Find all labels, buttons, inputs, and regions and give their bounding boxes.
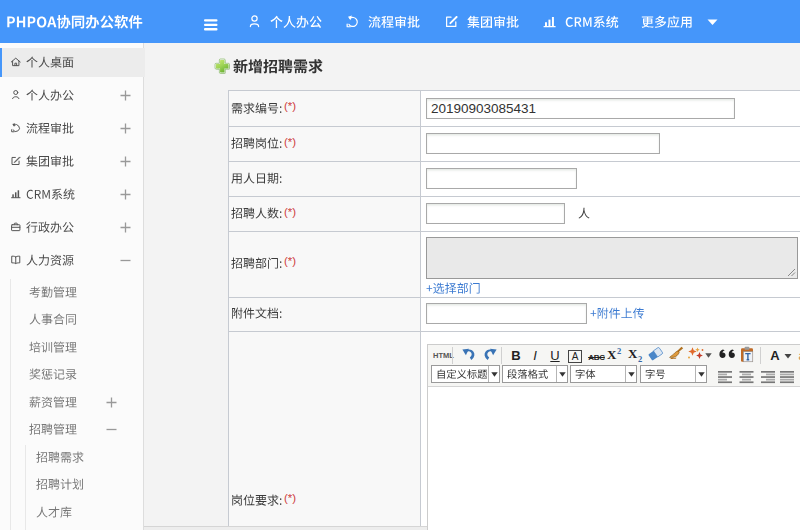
svg-text:X: X — [607, 347, 617, 361]
svg-text:2: 2 — [638, 354, 642, 363]
svg-text:X: X — [628, 347, 638, 361]
svg-text:2: 2 — [617, 347, 621, 356]
